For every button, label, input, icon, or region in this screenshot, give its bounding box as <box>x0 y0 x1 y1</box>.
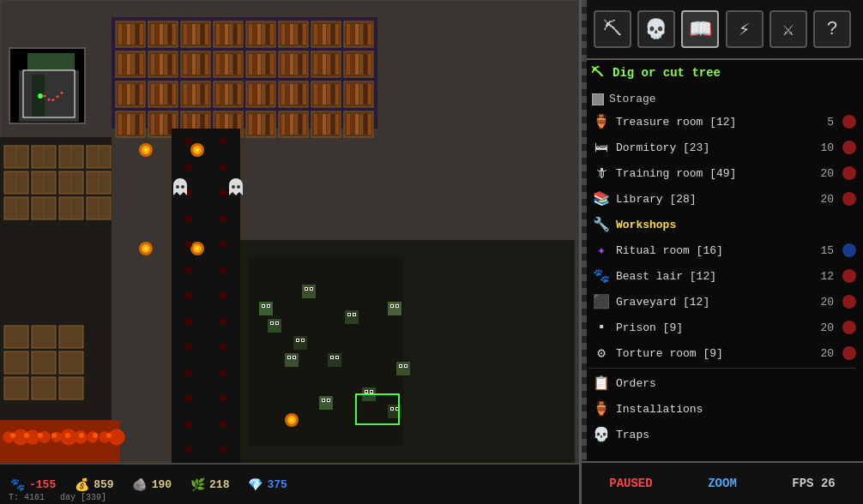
training-item[interactable]: 🗡 Training room [49] 20 <box>582 160 863 186</box>
dormitory-label: Dormitory [23] <box>616 141 815 154</box>
minimap[interactable] <box>9 47 86 124</box>
dig-nav-icon[interactable]: ⛏ <box>594 10 631 48</box>
storage-icon <box>592 93 604 105</box>
orders-label: Orders <box>616 377 856 390</box>
resource1-icon: 🪨 <box>131 476 148 493</box>
resource2-status: 🌿 218 <box>189 476 229 493</box>
beast-label: Beast lair [12] <box>616 270 815 283</box>
ritual-count: 15 <box>820 244 834 257</box>
orders-icon: 📋 <box>592 374 611 393</box>
resource2-value: 218 <box>209 478 229 491</box>
treasure-label: Treasure room [12] <box>616 116 822 129</box>
storage-item[interactable]: Storage <box>582 89 863 109</box>
dormitory-badge <box>842 141 856 154</box>
library-item[interactable]: 📚 Library [28] 20 <box>582 186 863 212</box>
lightning-nav-icon[interactable]: ⚡ <box>726 10 763 48</box>
dormitory-count: 10 <box>820 141 834 154</box>
ritual-label: Ritual room [16] <box>616 244 815 257</box>
graveyard-label: Graveyard [12] <box>616 296 815 309</box>
dig-section-header[interactable]: ⛏ Dig or cut tree <box>582 60 863 86</box>
library-nav-icon[interactable]: 📖 <box>681 10 719 48</box>
training-badge <box>842 166 856 180</box>
fps-status: FPS 26 <box>792 477 835 490</box>
storage-label: Storage <box>609 93 656 105</box>
health-status: 🐾 -155 <box>9 476 56 493</box>
dormitory-item[interactable]: 🛏 Dormitory [23] 10 <box>582 135 863 160</box>
library-count: 20 <box>820 193 834 206</box>
training-icon: 🗡 <box>592 164 611 183</box>
health-icon: 🐾 <box>9 476 26 493</box>
beast-badge <box>842 269 856 283</box>
gold-icon: 💰 <box>73 476 90 493</box>
training-label: Training room [49] <box>616 167 815 180</box>
resource1-status: 🪨 190 <box>131 476 172 493</box>
treasure-badge <box>842 115 856 129</box>
graveyard-item[interactable]: ⬛ Graveyard [12] 20 <box>582 289 863 315</box>
torture-count: 20 <box>820 347 834 360</box>
treasure-count: 5 <box>827 116 834 129</box>
paused-status: PAUSED <box>609 477 652 490</box>
menu-list: Storage 🏺 Treasure room [12] 5 🛏 Dormito… <box>582 86 863 487</box>
ritual-item[interactable]: ✦ Ritual room [16] 15 <box>582 237 863 263</box>
help-nav-icon[interactable]: ? <box>813 10 851 48</box>
torture-icon: ⚙ <box>592 344 611 363</box>
prison-item[interactable]: ▪ Prison [9] 20 <box>582 315 863 340</box>
traps-item[interactable]: 💀 Traps <box>582 422 863 447</box>
beast-icon: 🐾 <box>592 267 611 285</box>
beast-count: 12 <box>820 270 834 283</box>
dormitory-icon: 🛏 <box>592 138 611 157</box>
torture-label: Torture room [9] <box>616 347 815 360</box>
gold-status: 💰 859 <box>73 476 113 493</box>
graveyard-count: 20 <box>820 296 834 309</box>
nav-icon-bar: ⛏ 💀 📖 ⚡ ⚔ ? <box>582 0 863 60</box>
training-count: 20 <box>820 167 834 180</box>
library-label: Library [28] <box>616 193 815 206</box>
section-header-label: Dig or cut tree <box>613 66 721 80</box>
ritual-badge <box>842 243 856 257</box>
ritual-icon: ✦ <box>592 241 611 260</box>
workshops-item[interactable]: 🔧 Workshops <box>582 212 863 237</box>
combat-nav-icon[interactable]: 💀 <box>637 10 675 48</box>
resource2-icon: 🌿 <box>189 476 206 493</box>
prison-icon: ▪ <box>592 318 611 337</box>
treasure-room-item[interactable]: 🏺 Treasure room [12] 5 <box>582 109 863 135</box>
library-icon: 📚 <box>592 189 611 208</box>
mana-status: 💎 375 <box>246 476 287 493</box>
workshops-label: Workshops <box>616 219 856 231</box>
torture-item[interactable]: ⚙ Torture room [9] 20 <box>582 340 863 366</box>
installations-item[interactable]: 🏺 Installations <box>582 396 863 422</box>
installations-icon: 🏺 <box>592 399 611 418</box>
resource1-value: 190 <box>152 478 172 491</box>
library-badge <box>842 192 856 206</box>
mana-value: 375 <box>267 478 287 491</box>
swords-nav-icon[interactable]: ⚔ <box>769 10 807 48</box>
graveyard-icon: ⬛ <box>592 292 611 311</box>
traps-icon: 💀 <box>592 425 611 444</box>
sub-text: T: 4161 day [339] <box>9 493 106 502</box>
status-bar: 🐾 -155 💰 859 🪨 190 🌿 218 💎 375 T: 4161 d… <box>0 463 579 504</box>
beast-lair-item[interactable]: 🐾 Beast lair [12] 12 <box>582 263 863 289</box>
graveyard-badge <box>842 295 856 309</box>
workshops-icon: 🔧 <box>592 215 611 234</box>
treasure-icon: 🏺 <box>592 112 611 131</box>
gold-value: 859 <box>94 478 113 491</box>
game-viewport[interactable] <box>0 0 579 463</box>
torture-badge <box>842 346 856 360</box>
prison-count: 20 <box>820 321 834 334</box>
installations-label: Installations <box>616 403 856 416</box>
right-panel: ⛏ 💀 📖 ⚡ ⚔ ? ⛏ Dig or cut tree Storage 🏺 … <box>579 0 863 504</box>
menu-separator-1 <box>588 368 856 369</box>
prison-label: Prison [9] <box>616 321 815 334</box>
prison-badge <box>842 321 856 334</box>
traps-label: Traps <box>616 429 856 441</box>
right-bottom-bar: PAUSED ZOOM FPS 26 <box>582 461 863 504</box>
orders-item[interactable]: 📋 Orders <box>582 370 863 396</box>
zoom-status: ZOOM <box>708 477 737 490</box>
pickaxe-icon: ⛏ <box>588 64 606 81</box>
mana-icon: 💎 <box>246 476 263 493</box>
health-value: -155 <box>29 478 56 491</box>
